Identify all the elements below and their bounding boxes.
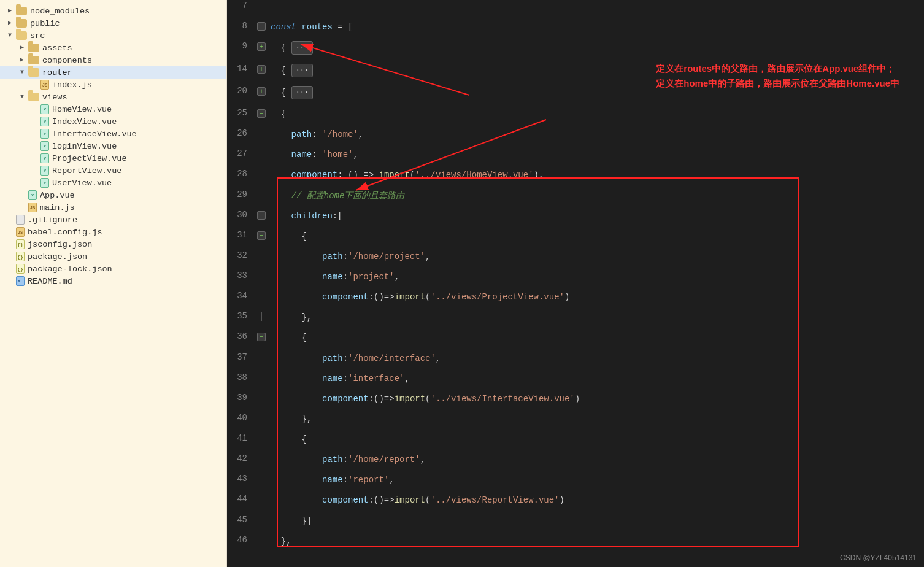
line-code: { — [268, 433, 924, 453]
sidebar-item-router[interactable]: router — [0, 66, 226, 79]
line-number: 35 — [227, 310, 255, 331]
collapsed-code[interactable]: ··· — [291, 41, 314, 55]
code-line-41: 41 { — [227, 433, 924, 453]
line-number: 28 — [227, 168, 255, 188]
sidebar-item-public[interactable]: public — [0, 17, 226, 29]
code-line-8: 8 − const routes = [ — [227, 20, 924, 40]
line-gutter[interactable]: − — [255, 230, 268, 250]
sidebar-item-package[interactable]: {} package.json — [0, 250, 226, 263]
fold-button[interactable]: − — [257, 109, 266, 118]
fold-button[interactable]: − — [257, 333, 266, 341]
bracket-file-icon: {} — [16, 239, 25, 249]
fold-button[interactable]: + — [257, 87, 266, 96]
line-gutter[interactable]: − — [255, 331, 268, 351]
line-code: path:'/home/project', — [268, 250, 924, 270]
line-number: 43 — [227, 473, 255, 493]
sidebar-item-loginview[interactable]: V loginView.vue — [0, 140, 226, 152]
sidebar-item-packagelock[interactable]: {} package-lock.json — [0, 263, 226, 275]
line-code: }, — [268, 310, 924, 331]
line-code: }, — [268, 412, 924, 433]
sidebar-item-label: loginView.vue — [52, 142, 117, 151]
sidebar-item-label: README.md — [28, 277, 72, 286]
sidebar-item-node_modules[interactable]: node_modules — [0, 5, 226, 17]
line-code: name:'interface', — [268, 372, 924, 392]
sidebar-item-label: ReportView.vue — [52, 166, 121, 176]
code-editor: 7 8 − const routes = [ 9 + { ··· 14 + — [227, 0, 924, 567]
vue-file-icon: V — [40, 178, 49, 188]
sidebar-item-appvue[interactable]: V App.vue — [0, 189, 226, 201]
line-number: 38 — [227, 372, 255, 392]
sidebar-item-jsconfig[interactable]: {} jsconfig.json — [0, 238, 226, 250]
sidebar-item-assets[interactable]: assets — [0, 42, 226, 54]
collapsed-code[interactable]: ··· — [291, 64, 314, 77]
sidebar-item-mainjs[interactable]: JS main.js — [0, 201, 226, 214]
folder-icon — [28, 44, 39, 52]
line-gutter — [255, 433, 268, 453]
code-line-32: 32 path:'/home/project', — [227, 250, 924, 270]
fold-line — [261, 312, 262, 321]
sidebar-item-reportview[interactable]: V ReportView.vue — [0, 164, 226, 177]
line-gutter — [255, 128, 268, 148]
fold-button[interactable]: − — [257, 22, 266, 31]
fold-button[interactable]: + — [257, 42, 266, 51]
folder-icon — [28, 93, 39, 101]
fold-button[interactable]: − — [257, 211, 266, 220]
folder-icon — [28, 68, 39, 77]
sidebar-item-indexview[interactable]: V IndexView.vue — [0, 115, 226, 128]
collapsed-code[interactable]: ··· — [291, 86, 314, 99]
line-gutter[interactable]: + — [255, 40, 268, 63]
sidebar-item-components[interactable]: components — [0, 54, 226, 66]
sidebar-item-label: .gitignore — [28, 215, 77, 225]
line-number: 46 — [227, 534, 255, 555]
sidebar-item-projectview[interactable]: V ProjectView.vue — [0, 152, 226, 164]
sidebar-item-readme[interactable]: M↓ README.md — [0, 275, 226, 287]
file-tree: node_modules public src assets component… — [0, 0, 227, 567]
code-line-34: 34 component:()=>import('../views/Projec… — [227, 290, 924, 310]
code-line-14: 14 + { ··· — [227, 63, 924, 85]
line-code: const routes = [ — [268, 20, 924, 40]
code-line-46: 46 }, — [227, 534, 924, 555]
line-gutter[interactable]: − — [255, 20, 268, 40]
folder-icon — [16, 31, 27, 40]
sidebar-item-homeview[interactable]: V HomeView.vue — [0, 103, 226, 115]
line-number: 8 — [227, 20, 255, 40]
code-line-33: 33 name:'project', — [227, 270, 924, 290]
sidebar-item-label: index.js — [52, 80, 92, 90]
line-number: 29 — [227, 189, 255, 209]
line-gutter[interactable]: + — [255, 63, 268, 85]
line-gutter — [255, 168, 268, 188]
sidebar-item-src[interactable]: src — [0, 29, 226, 42]
vue-file-icon: V — [40, 166, 49, 176]
fold-button[interactable]: + — [257, 65, 266, 74]
line-code: { — [268, 331, 924, 351]
folder-icon — [16, 19, 27, 28]
line-code: name: 'home', — [268, 148, 924, 168]
line-gutter — [255, 493, 268, 514]
sidebar-item-views[interactable]: views — [0, 91, 226, 103]
sidebar-item-label: views — [42, 93, 67, 102]
line-gutter — [255, 270, 268, 290]
sidebar-item-userview[interactable]: V UserView.vue — [0, 177, 226, 189]
line-number: 26 — [227, 128, 255, 148]
line-gutter[interactable]: + — [255, 85, 268, 107]
code-content: 7 8 − const routes = [ 9 + { ··· 14 + — [227, 0, 924, 567]
line-gutter[interactable]: − — [255, 209, 268, 230]
fold-button[interactable]: − — [257, 231, 266, 240]
vue-file-icon: V — [40, 117, 49, 126]
folder-icon — [16, 7, 27, 15]
line-number: 41 — [227, 433, 255, 453]
sidebar-item-index-js[interactable]: JS index.js — [0, 79, 226, 91]
js-file-icon: JS — [16, 227, 25, 237]
line-gutter[interactable]: − — [255, 107, 268, 128]
sidebar-item-interfaceview[interactable]: V InterfaceView.vue — [0, 128, 226, 140]
sidebar-item-label: App.vue — [40, 191, 75, 200]
line-code: name:'report', — [268, 473, 924, 493]
code-line-38: 38 name:'interface', — [227, 372, 924, 392]
sidebar-item-label: package.json — [28, 252, 87, 261]
vue-file-icon: V — [40, 104, 49, 114]
sidebar-item-gitignore[interactable]: .gitignore — [0, 214, 226, 226]
sidebar-item-label: main.js — [40, 203, 75, 212]
line-code: // 配置home下面的且套路由 — [268, 189, 924, 209]
line-code: component: () => import('../views/HomeVi… — [268, 168, 924, 188]
sidebar-item-babelconfig[interactable]: JS babel.config.js — [0, 226, 226, 238]
